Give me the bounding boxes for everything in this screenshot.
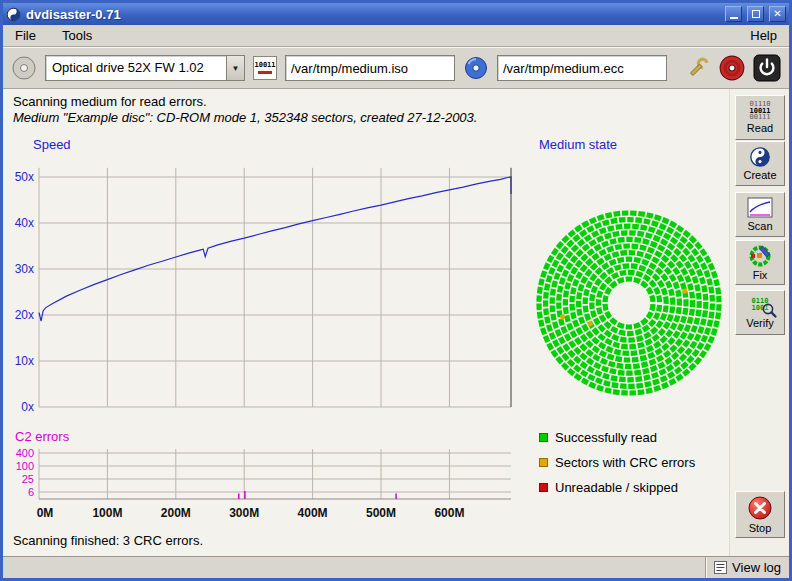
menu-file[interactable]: File — [11, 27, 40, 44]
verify-button[interactable]: 0110 1001 Verify — [735, 290, 785, 335]
scan-label: Scan — [747, 220, 772, 232]
help-disc-icon[interactable] — [718, 54, 746, 82]
read-label: Read — [747, 122, 773, 134]
toolbar: Optical drive 52X FW 1.02 ▼ 10011 — [3, 47, 789, 89]
close-button[interactable]: ✕ — [769, 6, 786, 22]
legend-item-crc: Sectors with CRC errors — [539, 450, 695, 475]
main-area: Scanning medium for read errors. Medium … — [3, 89, 789, 556]
crc-swatch-icon — [539, 458, 548, 467]
minimize-button[interactable] — [725, 6, 742, 22]
view-log-label: View log — [732, 560, 781, 575]
legend-label: Successfully read — [555, 430, 657, 445]
svg-text:0x: 0x — [21, 400, 34, 414]
status-line-1: Scanning medium for read errors. — [13, 94, 207, 109]
svg-text:100M: 100M — [92, 506, 122, 520]
stop-button[interactable]: Stop — [735, 491, 785, 538]
fix-tools-icon — [747, 244, 773, 268]
svg-text:300M: 300M — [229, 506, 259, 520]
svg-text:20x: 20x — [15, 308, 34, 322]
verify-label: Verify — [746, 317, 774, 329]
svg-text:200M: 200M — [161, 506, 191, 520]
scan-button[interactable]: Scan — [735, 192, 785, 237]
menu-help[interactable]: Help — [746, 27, 781, 44]
ecc-file-icon — [463, 55, 489, 81]
binary-read-icon: 01110 10011 00111 — [749, 101, 770, 121]
log-list-icon — [714, 561, 727, 574]
view-log-button[interactable]: View log — [705, 557, 789, 578]
ecc-path-input[interactable] — [497, 55, 667, 81]
read-button[interactable]: 01110 10011 00111 Read — [735, 95, 785, 140]
svg-text:40x: 40x — [15, 216, 34, 230]
svg-text:400M: 400M — [298, 506, 328, 520]
speed-chart-title: Speed — [33, 137, 71, 152]
titlebar: dvdisaster-0.71 ✕ — [3, 3, 789, 25]
medium-state-legend: Successfully read Sectors with CRC error… — [539, 425, 695, 500]
svg-text:100: 100 — [16, 460, 34, 472]
close-icon: ✕ — [773, 7, 781, 21]
drive-icon[interactable] — [11, 55, 37, 81]
fix-button[interactable]: Fix — [735, 240, 785, 285]
verify-magnifier-icon: 0110 1001 — [745, 296, 775, 316]
stop-icon — [747, 495, 773, 521]
c2-errors-chart: 4001002560M100M200M300M400M500M600M — [5, 441, 527, 529]
window-menu-icon[interactable] — [6, 7, 21, 22]
scan-chart-icon — [747, 197, 773, 219]
window-title: dvdisaster-0.71 — [26, 7, 720, 22]
svg-text:500M: 500M — [366, 506, 396, 520]
unreadable-swatch-icon — [539, 483, 548, 492]
image-path-input[interactable] — [285, 55, 455, 81]
menu-tools[interactable]: Tools — [58, 27, 96, 44]
maximize-icon — [752, 10, 760, 18]
svg-text:600M: 600M — [434, 506, 464, 520]
legend-label: Sectors with CRC errors — [555, 455, 695, 470]
bottombar: View log — [3, 556, 789, 578]
minimize-icon — [730, 17, 738, 19]
drive-select-value: Optical drive 52X FW 1.02 — [46, 56, 226, 80]
svg-text:30x: 30x — [15, 262, 34, 276]
svg-text:400: 400 — [16, 447, 34, 459]
create-button[interactable]: Create — [735, 141, 785, 186]
disc-graphic — [531, 205, 727, 401]
yin-yang-icon — [749, 146, 771, 168]
preferences-wrench-icon[interactable] — [685, 55, 711, 81]
result-status: Scanning finished: 3 CRC errors. — [13, 533, 203, 548]
image-file-icon: 10011 — [253, 56, 277, 80]
medium-state-title: Medium state — [539, 137, 617, 152]
legend-item-success: Successfully read — [539, 425, 695, 450]
chevron-down-icon[interactable]: ▼ — [226, 56, 244, 80]
drive-select[interactable]: Optical drive 52X FW 1.02 ▼ — [45, 55, 245, 81]
svg-text:25: 25 — [22, 473, 34, 485]
stop-label: Stop — [749, 522, 772, 534]
speed-chart: 0x10x20x30x40x50x — [5, 155, 527, 423]
fix-label: Fix — [753, 269, 768, 281]
app-window: dvdisaster-0.71 ✕ File Tools Help Optica… — [0, 0, 792, 581]
svg-text:6: 6 — [28, 486, 34, 498]
action-sidebar: 01110 10011 00111 Read Create — [729, 89, 789, 556]
svg-text:0M: 0M — [37, 506, 54, 520]
success-swatch-icon — [539, 433, 548, 442]
image-file-redbar — [258, 71, 272, 74]
status-line-2: Medium "Example disc": CD-ROM mode 1, 35… — [13, 110, 477, 125]
legend-label: Unreadable / skipped — [555, 480, 678, 495]
maximize-button[interactable] — [747, 6, 764, 22]
quit-power-icon[interactable] — [753, 54, 781, 82]
legend-item-unreadable: Unreadable / skipped — [539, 475, 695, 500]
svg-text:50x: 50x — [15, 170, 34, 184]
menubar: File Tools Help — [3, 25, 789, 47]
svg-text:10x: 10x — [15, 354, 34, 368]
content-panel: Scanning medium for read errors. Medium … — [3, 89, 729, 556]
create-label: Create — [743, 169, 776, 181]
image-file-binary: 10011 — [254, 62, 275, 69]
